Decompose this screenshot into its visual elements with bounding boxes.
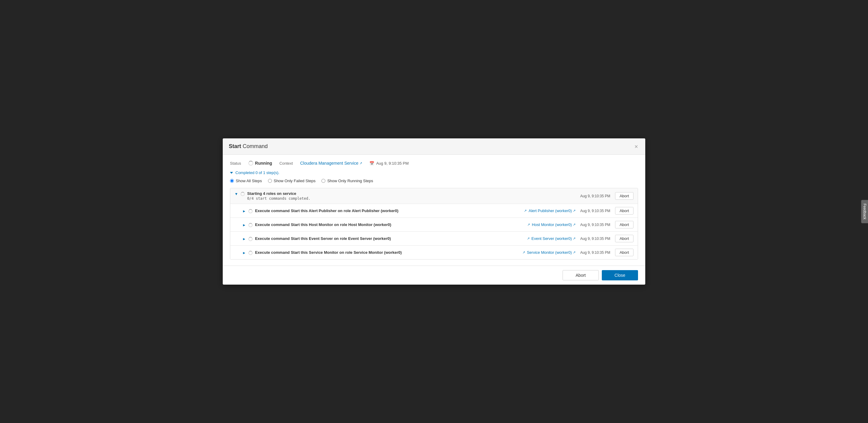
step-text-1: Execute command Start this Host Monitor … [255, 222, 391, 227]
step-link-ext-icon-1: ↗ [573, 223, 576, 227]
step-name-2: Execute command Start this Event Server … [255, 236, 391, 241]
step-row-2: ► Execute command Start this Event Serve… [230, 232, 638, 246]
step-chevron-icon-0[interactable]: ► [242, 209, 246, 213]
context-label: Context [279, 161, 293, 166]
status-running: Running [248, 161, 272, 166]
status-state: Running [255, 161, 272, 166]
step-timestamp-2: Aug 9, 9:10:35 PM [580, 236, 610, 241]
step-main-3: ► Execute command Start this Service Mon… [230, 246, 638, 259]
step-link-ext-icon-0: ↗ [573, 209, 576, 213]
step-link-3: ↗ Service Monitor (worker0) ↗ [522, 250, 576, 255]
parent-step-name: Starting 4 roles on service [247, 191, 311, 196]
parent-step-left: ▼ Starting 4 roles on service 0/4 start … [235, 191, 571, 201]
status-label: Status [230, 161, 241, 166]
progress-text: Completed 0 of 1 step(s). [236, 170, 279, 175]
step-name-3: Execute command Start this Service Monit… [255, 250, 402, 255]
timestamp-bar: 📅 Aug 9, 9:10:35 PM [369, 161, 409, 166]
modal-body: Status Running Context Cloudera Manageme… [223, 155, 645, 265]
context-link[interactable]: Cloudera Management Service ↗ [300, 161, 362, 166]
step-left-0: ► Execute command Start this Alert Publi… [242, 208, 519, 213]
step-left-3: ► Execute command Start this Service Mon… [242, 250, 518, 255]
step-anchor-0[interactable]: Alert Publisher (worker0) ↗ [528, 208, 575, 213]
status-timestamp: Aug 9, 9:10:35 PM [376, 161, 409, 166]
step-abort-button-2[interactable]: Abort [615, 235, 633, 242]
step-main-0: ► Execute command Start this Alert Publi… [230, 204, 638, 218]
step-ext-icon-2: ↗ [527, 236, 530, 241]
footer-close-button[interactable]: Close [602, 270, 638, 280]
filter-failed-label: Show Only Failed Steps [274, 178, 316, 183]
parent-step-chevron-icon[interactable]: ▼ [235, 192, 238, 196]
parent-step-subtext: 0/4 start commands completed. [247, 196, 311, 201]
step-anchor-1[interactable]: Host Monitor (worker0) ↗ [532, 222, 575, 227]
step-link-2: ↗ Event Server (worker0) ↗ [527, 236, 576, 241]
step-abort-button-1[interactable]: Abort [615, 221, 633, 228]
step-anchor-3[interactable]: Service Monitor (worker0) ↗ [527, 250, 576, 255]
step-link-ext-icon-3: ↗ [573, 251, 576, 254]
external-link-icon: ↗ [360, 161, 362, 165]
step-text-3: Execute command Start this Service Monit… [255, 250, 402, 255]
footer-abort-button[interactable]: Abort [563, 270, 599, 280]
parent-step-main: ▼ Starting 4 roles on service 0/4 start … [230, 188, 638, 204]
running-spinner [248, 161, 253, 166]
parent-step-text: Starting 4 roles on service 0/4 start co… [247, 191, 311, 201]
step-link-text-1: Host Monitor (worker0) [532, 222, 571, 227]
step-anchor-2[interactable]: Event Server (worker0) ↗ [531, 236, 576, 241]
step-row-3: ► Execute command Start this Service Mon… [230, 246, 638, 259]
parent-step-spinner [241, 192, 245, 196]
filter-running-label: Show Only Running Steps [327, 178, 373, 183]
start-command-modal: Start Command × Status Running Context C… [223, 138, 645, 285]
progress-line: Completed 0 of 1 step(s). [230, 170, 638, 175]
parent-step-row: ▼ Starting 4 roles on service 0/4 start … [230, 188, 638, 204]
step-main-2: ► Execute command Start this Event Serve… [230, 232, 638, 245]
step-link-0: ↗ Alert Publisher (worker0) ↗ [524, 208, 575, 213]
filter-row: Show All Steps Show Only Failed Steps Sh… [230, 178, 638, 183]
step-link-text-3: Service Monitor (worker0) [527, 250, 572, 255]
modal-footer: Abort Close [223, 265, 645, 285]
steps-table: ▼ Starting 4 roles on service 0/4 start … [230, 188, 638, 259]
step-abort-button-0[interactable]: Abort [615, 207, 633, 215]
step-timestamp-3: Aug 9, 9:10:35 PM [580, 251, 610, 255]
step-text-0: Execute command Start this Alert Publish… [255, 208, 398, 213]
modal-header: Start Command × [223, 138, 645, 155]
modal-title: Start Command [229, 143, 268, 149]
step-spinner-3 [248, 251, 253, 255]
step-row-0: ► Execute command Start this Alert Publi… [230, 204, 638, 218]
modal-close-icon[interactable]: × [633, 143, 639, 149]
step-chevron-icon-2[interactable]: ► [242, 237, 246, 241]
parent-step-timestamp: Aug 9, 9:10:35 PM [580, 194, 610, 198]
filter-all-label: Show All Steps [236, 178, 262, 183]
step-link-text-0: Alert Publisher (worker0) [528, 208, 571, 213]
context-link-text: Cloudera Management Service [300, 161, 358, 166]
feedback-tab[interactable]: Feedback [861, 200, 868, 223]
step-ext-icon-1: ↗ [527, 223, 530, 227]
chevron-down-icon[interactable] [230, 172, 233, 174]
step-link-ext-icon-2: ↗ [573, 236, 576, 241]
step-chevron-icon-3[interactable]: ► [242, 251, 246, 255]
step-abort-button-3[interactable]: Abort [615, 249, 633, 256]
step-name-0: Execute command Start this Alert Publish… [255, 208, 398, 213]
step-row-1: ► Execute command Start this Host Monito… [230, 218, 638, 232]
step-ext-icon-3: ↗ [522, 251, 525, 254]
step-spinner-2 [248, 237, 253, 241]
step-ext-icon-0: ↗ [524, 209, 527, 213]
step-left-1: ► Execute command Start this Host Monito… [242, 222, 522, 227]
step-link-1: ↗ Host Monitor (worker0) ↗ [527, 222, 575, 227]
calendar-icon: 📅 [369, 161, 374, 166]
step-name-1: Execute command Start this Host Monitor … [255, 222, 391, 227]
step-chevron-icon-1[interactable]: ► [242, 223, 246, 227]
step-main-1: ► Execute command Start this Host Monito… [230, 218, 638, 231]
status-bar: Status Running Context Cloudera Manageme… [230, 161, 638, 166]
step-link-text-2: Event Server (worker0) [531, 236, 572, 241]
parent-step-abort-button[interactable]: Abort [615, 192, 633, 200]
step-timestamp-0: Aug 9, 9:10:35 PM [580, 209, 610, 213]
step-text-2: Execute command Start this Event Server … [255, 236, 391, 241]
step-spinner-1 [248, 223, 253, 227]
step-timestamp-1: Aug 9, 9:10:35 PM [580, 223, 610, 227]
filter-failed-steps[interactable]: Show Only Failed Steps [268, 178, 316, 183]
filter-all-steps[interactable]: Show All Steps [230, 178, 262, 183]
step-spinner-0 [248, 209, 253, 213]
modal-backdrop: Start Command × Status Running Context C… [0, 0, 868, 423]
step-left-2: ► Execute command Start this Event Serve… [242, 236, 522, 241]
filter-running-steps[interactable]: Show Only Running Steps [321, 178, 373, 183]
